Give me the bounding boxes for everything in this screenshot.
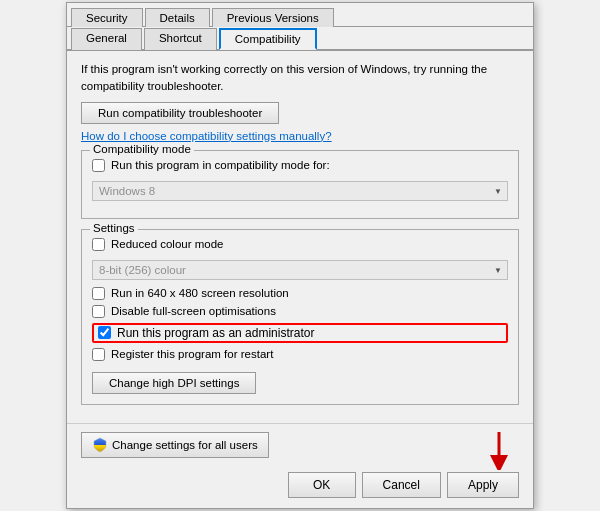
properties-dialog: Security Details Previous Versions Gener… xyxy=(66,2,534,508)
run-admin-checkbox[interactable] xyxy=(98,326,111,339)
compatibility-mode-select-wrapper: Windows 8 xyxy=(92,177,508,205)
disable-fullscreen-row: Disable full-screen optimisations xyxy=(92,305,508,318)
intro-text: If this program isn't working correctly … xyxy=(81,61,519,93)
reduced-colour-row: Reduced colour mode xyxy=(92,238,508,251)
colour-select[interactable]: 8-bit (256) colour xyxy=(92,260,508,280)
ok-button[interactable]: OK xyxy=(288,472,356,498)
change-settings-label: Change settings for all users xyxy=(112,439,258,451)
screen-640-label: Run in 640 x 480 screen resolution xyxy=(111,287,289,299)
compatibility-mode-group: Compatibility mode Run this program in c… xyxy=(81,150,519,219)
dialog-buttons: OK Cancel Apply xyxy=(67,466,533,508)
run-admin-label: Run this program as an administrator xyxy=(117,326,314,340)
dpi-settings-button[interactable]: Change high DPI settings xyxy=(92,372,256,394)
run-admin-highlighted-row: Run this program as an administrator xyxy=(92,323,508,343)
apply-arrow-icon xyxy=(479,430,519,470)
register-restart-label: Register this program for restart xyxy=(111,348,273,360)
register-restart-row: Register this program for restart xyxy=(92,348,508,361)
tab-previous-versions[interactable]: Previous Versions xyxy=(212,8,334,27)
reduced-colour-checkbox[interactable] xyxy=(92,238,105,251)
screen-640-checkbox[interactable] xyxy=(92,287,105,300)
compatibility-mode-check-row: Run this program in compatibility mode f… xyxy=(92,159,508,172)
register-restart-checkbox[interactable] xyxy=(92,348,105,361)
tab-security[interactable]: Security xyxy=(71,8,143,27)
tab-row-bottom: General Shortcut Compatibility xyxy=(67,27,533,51)
settings-group: Settings Reduced colour mode 8-bit (256)… xyxy=(81,229,519,405)
tab-row-top: Security Details Previous Versions xyxy=(67,3,533,27)
help-link[interactable]: How do I choose compatibility settings m… xyxy=(81,130,519,142)
change-settings-button[interactable]: Change settings for all users xyxy=(81,432,269,458)
compatibility-mode-checkbox-label: Run this program in compatibility mode f… xyxy=(111,159,330,171)
settings-label: Settings xyxy=(90,222,138,234)
tab-compatibility[interactable]: Compatibility xyxy=(219,28,317,50)
tab-general[interactable]: General xyxy=(71,28,142,50)
bottom-bar: Change settings for all users xyxy=(67,423,533,466)
compatibility-mode-label: Compatibility mode xyxy=(90,143,194,155)
disable-fullscreen-checkbox[interactable] xyxy=(92,305,105,318)
compatibility-mode-checkbox[interactable] xyxy=(92,159,105,172)
tab-content: If this program isn't working correctly … xyxy=(67,51,533,422)
screen-640-row: Run in 640 x 480 screen resolution xyxy=(92,287,508,300)
shield-icon xyxy=(92,437,108,453)
compatibility-mode-select[interactable]: Windows 8 xyxy=(92,181,508,201)
tab-shortcut[interactable]: Shortcut xyxy=(144,28,217,50)
cancel-button[interactable]: Cancel xyxy=(362,472,441,498)
apply-button[interactable]: Apply xyxy=(447,472,519,498)
reduced-colour-label: Reduced colour mode xyxy=(111,238,224,250)
tab-details[interactable]: Details xyxy=(145,8,210,27)
colour-select-wrapper: 8-bit (256) colour xyxy=(92,256,508,284)
run-troubleshooter-button[interactable]: Run compatibility troubleshooter xyxy=(81,102,279,124)
disable-fullscreen-label: Disable full-screen optimisations xyxy=(111,305,276,317)
